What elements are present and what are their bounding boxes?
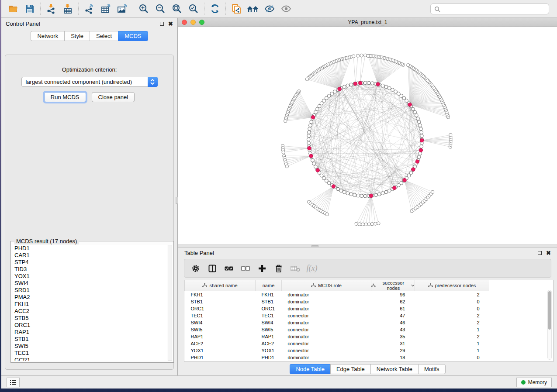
tab-network-table[interactable]: Network Table [370,364,418,374]
table-cell-shared_name[interactable]: ORC1 [185,305,256,312]
gene-node[interactable] [431,190,434,193]
gene-node[interactable] [387,189,391,193]
gene-node[interactable] [384,190,388,194]
gene-node[interactable] [353,193,356,197]
search-input[interactable] [443,6,545,12]
mcds-result-item[interactable]: PMA2 [13,294,167,301]
gene-node[interactable] [282,151,285,154]
gene-node[interactable] [358,223,361,226]
gene-node[interactable] [387,86,391,90]
mcds-result-item[interactable]: TID3 [13,266,167,273]
table-cell-shared_name[interactable]: SWI5 [185,326,256,333]
column-header-predecessor-nodes[interactable]: predecessor nodes [415,280,489,291]
table-cell-predecessor_nodes[interactable]: 0 [415,354,489,361]
table-cell-name[interactable]: SWI4 [256,319,282,326]
tab-edge-table[interactable]: Edge Table [330,364,370,374]
dominator-node[interactable] [309,154,313,158]
tab-select[interactable]: Select [90,31,118,41]
gene-node[interactable] [349,83,353,86]
gene-node[interactable] [330,92,334,96]
dominator-node[interactable] [338,87,341,91]
vertical-splitter-handle[interactable] [176,197,178,204]
gene-node[interactable] [415,113,418,117]
table-cell-mcds_role[interactable]: dominator [282,305,371,312]
gene-node[interactable] [284,120,287,123]
table-cell-mcds_role[interactable]: dominator [282,298,371,305]
gene-node[interactable] [356,194,360,197]
gene-node[interactable] [336,187,340,191]
memory-button[interactable]: Memory [516,378,552,387]
table-cell-mcds_role[interactable]: connector [282,340,371,347]
gene-node[interactable] [374,193,377,197]
dominator-node[interactable] [420,139,424,142]
gene-node[interactable] [307,141,311,145]
tab-node-table[interactable]: Node Table [290,364,330,374]
gene-node[interactable] [370,223,374,226]
gene-node[interactable] [305,78,308,81]
mcds-result-item[interactable]: SRD1 [13,287,167,294]
show-all-button[interactable] [278,1,294,16]
table-cell-predecessor_nodes[interactable]: 0 [415,298,489,305]
mcds-result-item[interactable]: RAP1 [13,329,167,336]
table-cell-mcds_role[interactable]: dominator [282,354,371,361]
dominator-node[interactable] [415,160,419,163]
gene-node[interactable] [312,162,316,165]
table-cell-predecessor_nodes[interactable]: 1 [415,347,489,354]
gene-node[interactable] [311,158,314,162]
show-columns-button[interactable] [206,262,218,275]
gene-node[interactable] [381,192,384,195]
gene-node[interactable] [360,194,363,198]
first-neighbors-button[interactable] [245,1,261,16]
open-file-button[interactable] [5,1,21,16]
horizontal-splitter-handle[interactable] [311,245,318,247]
network-canvas[interactable] [178,27,557,244]
table-cell-mcds_role[interactable]: dominator [282,319,371,326]
dominator-node[interactable] [308,146,311,150]
table-cell-predecessor_nodes[interactable]: 2 [415,312,489,319]
table-cell-successor_nodes[interactable]: 61 [371,305,415,312]
table-cell-predecessor_nodes[interactable]: 2 [415,319,489,326]
table-cell-shared_name[interactable]: RAP1 [185,333,256,340]
add-row-button[interactable] [256,262,268,275]
table-cell-shared_name[interactable]: PHD1 [185,354,256,361]
gene-node[interactable] [367,81,370,85]
hide-selected-button[interactable] [261,1,278,16]
gene-node[interactable] [416,117,420,120]
gene-node[interactable] [356,54,360,57]
gene-node[interactable] [419,124,422,127]
table-cell-shared_name[interactable]: FKH1 [185,291,256,298]
tab-mcds[interactable]: MCDS [118,31,148,41]
dominator-node[interactable] [359,81,362,85]
table-cell-shared_name[interactable]: YOX1 [185,347,256,354]
gene-node[interactable] [391,88,394,92]
dominator-node[interactable] [376,83,380,86]
table-cell-shared_name[interactable]: TEC1 [185,312,256,319]
table-cell-successor_nodes[interactable]: 47 [371,312,415,319]
table-cell-mcds_role[interactable]: connector [282,347,371,354]
mcds-result-item[interactable]: STB1 [13,336,167,343]
dominator-node[interactable] [311,116,315,119]
gene-node[interactable] [308,127,311,131]
gene-node[interactable] [419,127,423,131]
mcds-result-item[interactable]: STB5 [13,315,167,322]
gene-node[interactable] [314,165,317,168]
gene-node[interactable] [420,131,423,134]
gene-node[interactable] [363,194,367,198]
mcds-result-item[interactable]: SWI5 [13,343,167,350]
mcds-result-item[interactable]: STP4 [13,259,167,266]
column-header-name[interactable]: name [256,280,282,291]
gene-node[interactable] [363,81,367,85]
table-row[interactable]: SWI5SWI5connector431 [185,326,489,333]
table-row[interactable]: SWI4SWI4dominator462 [185,319,489,326]
gene-node[interactable] [413,110,417,114]
table-cell-successor_nodes[interactable]: 43 [371,326,415,333]
refresh-button[interactable] [207,1,223,16]
gene-node[interactable] [374,222,377,225]
tab-network[interactable]: Network [31,31,64,41]
table-cell-predecessor_nodes[interactable]: 1 [415,326,489,333]
gene-node[interactable] [381,84,384,87]
table-cell-name[interactable]: TEC1 [256,312,282,319]
table-cell-mcds_role[interactable]: connector [282,326,371,333]
horizontal-splitter[interactable] [178,244,557,248]
gene-node[interactable] [349,193,353,196]
